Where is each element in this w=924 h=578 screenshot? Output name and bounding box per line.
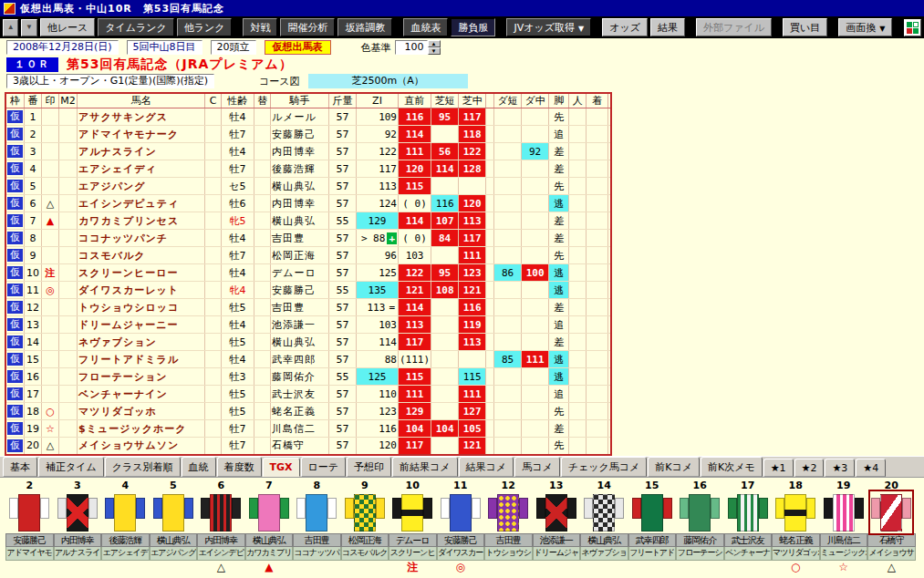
jockey-silk-icon[interactable] xyxy=(727,491,769,533)
m2-cell xyxy=(59,247,78,264)
table-row[interactable]: 仮6△エイシンデピュティ牡6内田博幸57124( 0)116120逃 xyxy=(5,195,611,212)
silk-body xyxy=(210,494,232,532)
table-row[interactable]: 仮20△メイショウサムソン牡7石橋守57120117121先 xyxy=(5,438,611,455)
tab-結果コメ[interactable]: 結果コメ xyxy=(459,457,514,477)
jockey-silk-icon[interactable] xyxy=(8,491,50,533)
toolbar-button[interactable]: 他ランク xyxy=(177,18,233,36)
jockey-silk-icon[interactable] xyxy=(631,491,673,533)
tab-★4[interactable]: ★4 xyxy=(856,459,886,477)
race-down-button[interactable]: ▼ xyxy=(21,19,36,36)
race-up-button[interactable]: ▲ xyxy=(3,19,18,36)
tab-前Kコメ[interactable]: 前Kコメ xyxy=(648,457,700,477)
jockey-silk-icon[interactable] xyxy=(440,491,482,533)
jockey-silk-icon[interactable] xyxy=(391,491,433,533)
jockey-silk-icon[interactable] xyxy=(104,491,146,533)
toolbar-button[interactable]: 勝負服 xyxy=(451,18,495,36)
spin-down-button[interactable]: ▼ xyxy=(428,47,441,55)
table-row[interactable]: 仮14ネヴァブション牡5横山典弘57114117113差 xyxy=(5,334,611,351)
column-header: 印 xyxy=(42,93,59,108)
tab-★3[interactable]: ★3 xyxy=(825,459,855,477)
table-row[interactable]: 仮1アサクサキングス牡4ルメール5710911695117先 xyxy=(5,108,611,126)
toolbar-button[interactable]: オッズ xyxy=(602,18,648,36)
toolbar-button[interactable]: 結果 xyxy=(650,18,685,36)
table-row[interactable]: 仮15フリートアドミラル牡4武幸四郎5788(111)85111逃 xyxy=(5,351,611,368)
tab-★2[interactable]: ★2 xyxy=(794,459,825,477)
jockey-silk-icon[interactable] xyxy=(870,491,912,533)
tab-★1[interactable]: ★1 xyxy=(763,459,794,477)
filler-cell xyxy=(608,299,612,316)
toolbar-button[interactable]: 対戦 xyxy=(243,18,277,36)
jockey-silk-icon[interactable] xyxy=(487,491,529,533)
other-race-button[interactable]: 他レース xyxy=(40,18,96,36)
spin-up-button[interactable]: ▲ xyxy=(428,40,441,47)
toolbar-button[interactable]: 開催分析 xyxy=(280,18,335,36)
jockey-silk-icon[interactable] xyxy=(679,491,721,533)
horse-name-cell: ダイワスカーレット xyxy=(78,282,205,299)
toolbar-button[interactable]: 血統表 xyxy=(403,18,448,36)
waku-cell: 仮 xyxy=(5,160,25,178)
jockey-silk-icon[interactable] xyxy=(823,491,865,533)
color-base-value[interactable]: 100 xyxy=(395,40,428,55)
column-header: 着 xyxy=(587,93,608,108)
toolbar-button[interactable]: 画面換▼ xyxy=(838,18,892,36)
table-row[interactable]: 仮9コスモバルク牡7松岡正海5796103111先 xyxy=(5,247,611,264)
jockey-silk-icon[interactable] xyxy=(248,491,290,533)
jockey-silk-icon[interactable] xyxy=(583,491,625,533)
course-map-label[interactable]: コース図 xyxy=(259,75,300,88)
dirt-short-cell xyxy=(494,386,522,403)
tab-TGX[interactable]: TGX xyxy=(263,458,300,477)
tab-チェック馬コメ[interactable]: チェック馬コメ xyxy=(561,457,648,477)
tab-血統[interactable]: 血統 xyxy=(182,457,216,477)
tab-着度数[interactable]: 着度数 xyxy=(217,457,262,477)
jockey-silk-icon[interactable] xyxy=(344,491,386,533)
tab-予想印[interactable]: 予想印 xyxy=(347,457,391,477)
column-header: 芝短 xyxy=(431,93,459,108)
table-row[interactable]: 仮8ココナッツパンチ牡4吉田豊57> 88+( 0)84117差 xyxy=(5,230,611,247)
toolbar-button[interactable]: JVオッズ取得▼ xyxy=(506,18,591,36)
toolbar-button[interactable]: タイムランク xyxy=(98,18,174,36)
table-row[interactable]: 仮4エアシェイディ牡7後藤浩輝57117120114128差 xyxy=(5,160,611,178)
table-row[interactable]: 仮19☆$ミュージックホーク牡7川島信二57116104104105差 xyxy=(5,420,611,438)
table-row[interactable]: 仮13ドリームジャーニー牡4池添謙一57103113119追 xyxy=(5,316,611,334)
jockey-silk-icon[interactable] xyxy=(774,491,816,533)
toolbar-button[interactable]: 坂路調教 xyxy=(337,18,392,36)
table-row[interactable]: 仮12トウショウシロッコ牡5吉田豊57113=114116差 xyxy=(5,299,611,316)
table-row[interactable]: 仮7▲カワカミプリンセス牝5横山典弘55129114107113差 xyxy=(5,212,611,230)
tab-前結果コメ[interactable]: 前結果コメ xyxy=(392,457,458,477)
silk-horse-number: 16 xyxy=(676,480,724,491)
tab-補正タイム[interactable]: 補正タイム xyxy=(38,457,104,477)
table-row[interactable]: 仮5エアジパングセ5横山典弘57113115先 xyxy=(5,178,611,195)
dirt-short-cell xyxy=(494,247,522,264)
jockey-silk-icon[interactable] xyxy=(152,491,194,533)
run-style-cell: 追 xyxy=(549,316,569,334)
icon-cell xyxy=(907,22,912,27)
spacer-cell xyxy=(486,420,494,438)
toolbar-button[interactable]: 外部ファイル xyxy=(696,18,772,36)
mark-cell xyxy=(42,143,59,160)
tab-基本[interactable]: 基本 xyxy=(3,457,37,477)
jockey-silk-icon[interactable] xyxy=(57,491,99,533)
table-row[interactable]: 仮11◎ダイワスカーレット牝4安藤勝己55135121108121逃 xyxy=(5,282,611,299)
table-row[interactable]: 仮17ベンチャーナイン牡5武士沢友57110111111追 xyxy=(5,386,611,403)
table-row[interactable]: 仮16フローテーション牡3藤岡佑介55125115115逃 xyxy=(5,368,611,386)
silk-mark xyxy=(676,561,724,573)
tab-前K次メモ[interactable]: 前K次メモ xyxy=(701,457,763,477)
tab-クラス別着順[interactable]: クラス別着順 xyxy=(105,457,181,477)
c-cell xyxy=(205,247,222,264)
turf-short-cell xyxy=(431,403,459,420)
silk-jockey-name: 内田博幸 xyxy=(54,533,102,547)
silk-jockey-name: デムーロ xyxy=(389,533,437,547)
weight-cell: 57 xyxy=(329,126,357,143)
table-row[interactable]: 仮18○マツリダゴッホ牡5蛯名正義57123129127先 xyxy=(5,403,611,420)
jockey-silk-icon[interactable] xyxy=(296,491,337,533)
jockey-silk-icon[interactable] xyxy=(200,491,242,533)
table-row[interactable]: 仮2アドマイヤモナーク牡7安藤勝己5792114118追 xyxy=(5,126,611,143)
jockey-silk-icon[interactable] xyxy=(535,491,577,533)
green-table-icon[interactable] xyxy=(904,19,921,36)
tab-ローテ[interactable]: ローテ xyxy=(301,457,347,477)
table-row[interactable]: 仮3アルナスライン牡4内田博幸571221115612292差 xyxy=(5,143,611,160)
toolbar-button[interactable]: 買い目 xyxy=(783,18,827,36)
m2-cell xyxy=(59,316,78,334)
tab-馬コメ[interactable]: 馬コメ xyxy=(514,457,560,477)
table-row[interactable]: 仮10注スクリーンヒーロー牡4デムーロ571251229512386100逃 xyxy=(5,264,611,282)
